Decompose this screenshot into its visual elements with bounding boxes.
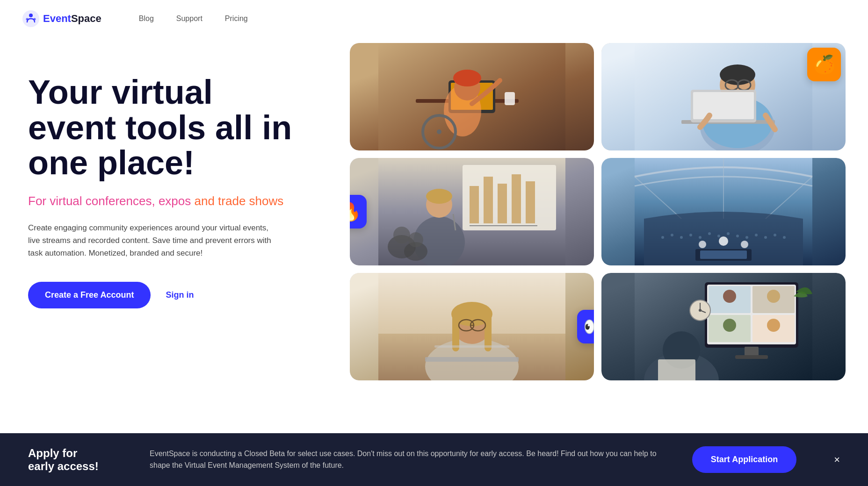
svg-point-56 bbox=[764, 236, 767, 239]
sign-in-button[interactable]: Sign in bbox=[166, 290, 194, 300]
hero-description: Create engaging community experiences ar… bbox=[28, 222, 281, 260]
svg-rect-75 bbox=[434, 345, 509, 348]
banner-description: EventSpace is conducting a Closed Beta f… bbox=[150, 448, 664, 472]
svg-point-49 bbox=[699, 236, 702, 239]
svg-point-2 bbox=[26, 18, 29, 21]
image-grid: 🍊 bbox=[327, 37, 868, 386]
svg-point-3 bbox=[34, 18, 36, 21]
image-presentation: 🔥 bbox=[350, 158, 594, 265]
nav-pricing[interactable]: Pricing bbox=[225, 14, 248, 23]
main-layout: Your virtual event tools all in one plac… bbox=[0, 37, 868, 458]
svg-rect-30 bbox=[512, 174, 521, 223]
image-stadium bbox=[601, 158, 846, 265]
image-woman-working: 👀 bbox=[350, 273, 594, 380]
photo-silhouette-1 bbox=[350, 43, 594, 150]
svg-rect-13 bbox=[505, 92, 515, 105]
svg-rect-31 bbox=[526, 181, 535, 223]
svg-point-47 bbox=[680, 236, 683, 239]
hero-section: Your virtual event tools all in one plac… bbox=[0, 37, 327, 458]
main-nav: Blog Support Pricing bbox=[139, 14, 248, 23]
photo-silhouette-5 bbox=[350, 273, 594, 380]
svg-point-48 bbox=[689, 234, 692, 236]
svg-point-53 bbox=[736, 235, 739, 237]
image-wheelchair-woman bbox=[350, 43, 594, 150]
image-man-laptop: 🍊 bbox=[601, 43, 846, 150]
image-video-call bbox=[601, 273, 846, 380]
fire-badge: 🔥 bbox=[350, 195, 367, 229]
nav-blog[interactable]: Blog bbox=[139, 14, 154, 23]
svg-point-84 bbox=[767, 290, 780, 303]
svg-point-45 bbox=[661, 236, 664, 239]
svg-point-52 bbox=[727, 232, 730, 235]
photo-silhouette-3 bbox=[350, 158, 594, 265]
logo-text: EventSpace bbox=[43, 13, 101, 25]
svg-rect-95 bbox=[658, 359, 695, 380]
photo-silhouette-6 bbox=[601, 273, 846, 380]
eyes-badge: 👀 bbox=[577, 310, 594, 343]
hero-subheading: For virtual conferences, expos and trade… bbox=[28, 194, 299, 208]
svg-point-1 bbox=[29, 14, 33, 17]
logo[interactable]: EventSpace bbox=[22, 10, 101, 27]
svg-point-12 bbox=[437, 129, 441, 134]
logo-icon bbox=[22, 10, 39, 27]
svg-point-58 bbox=[783, 236, 786, 239]
svg-point-85 bbox=[723, 319, 736, 332]
svg-point-54 bbox=[745, 236, 748, 239]
banner-close-button[interactable]: × bbox=[834, 454, 840, 466]
svg-point-50 bbox=[708, 232, 711, 235]
svg-point-61 bbox=[699, 241, 706, 248]
svg-rect-60 bbox=[700, 250, 747, 259]
svg-point-46 bbox=[671, 234, 673, 236]
hero-image-grid: 🍊 bbox=[327, 37, 868, 458]
svg-point-51 bbox=[717, 235, 720, 237]
early-access-banner: Apply forearly access! EventSpace is con… bbox=[0, 433, 868, 486]
header: EventSpace Blog Support Pricing bbox=[0, 0, 868, 37]
svg-point-35 bbox=[426, 189, 452, 204]
svg-rect-88 bbox=[735, 355, 768, 359]
start-application-button[interactable]: Start Application bbox=[692, 446, 796, 473]
nav-support[interactable]: Support bbox=[176, 14, 203, 23]
svg-rect-87 bbox=[745, 347, 759, 356]
svg-point-57 bbox=[774, 234, 776, 236]
svg-rect-29 bbox=[498, 184, 507, 223]
hero-actions: Create a Free Account Sign in bbox=[28, 282, 299, 308]
orange-badge: 🍊 bbox=[807, 48, 841, 81]
create-account-button[interactable]: Create a Free Account bbox=[28, 282, 151, 308]
svg-point-62 bbox=[741, 241, 748, 248]
svg-point-86 bbox=[767, 319, 780, 332]
svg-rect-28 bbox=[484, 177, 493, 223]
svg-point-40 bbox=[408, 232, 423, 247]
svg-rect-24 bbox=[693, 92, 754, 119]
svg-rect-27 bbox=[470, 186, 479, 223]
hero-heading: Your virtual event tools all in one plac… bbox=[28, 75, 299, 181]
svg-rect-74 bbox=[425, 357, 519, 362]
svg-point-63 bbox=[719, 236, 728, 246]
photo-silhouette-4 bbox=[601, 158, 846, 265]
svg-point-83 bbox=[723, 290, 736, 303]
banner-title: Apply forearly access! bbox=[28, 447, 122, 473]
svg-point-55 bbox=[755, 234, 758, 236]
svg-point-10 bbox=[453, 70, 481, 86]
svg-point-39 bbox=[393, 227, 410, 243]
